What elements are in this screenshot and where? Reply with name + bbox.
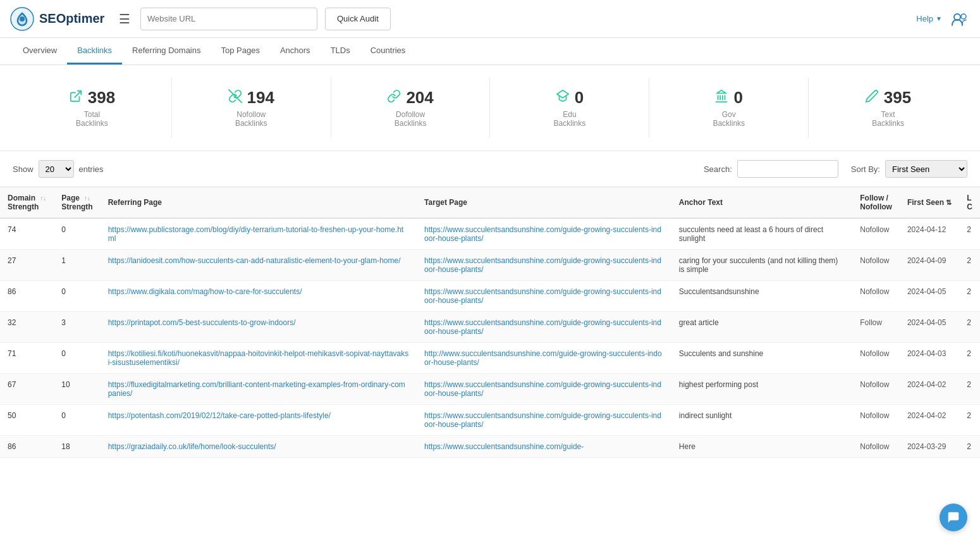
cell-domain-strength: 86 bbox=[0, 281, 54, 312]
referring-page-link[interactable]: https://graziadaily.co.uk/life/home/look… bbox=[108, 442, 276, 451]
cell-lc: 2 bbox=[959, 218, 980, 250]
cell-anchor-text: great article bbox=[671, 312, 852, 343]
sort-area: Sort By: First Seen Domain Strength Page… bbox=[851, 160, 967, 178]
cell-domain-strength: 74 bbox=[0, 218, 54, 250]
tab-referring-domains[interactable]: Referring Domains bbox=[122, 38, 211, 65]
cell-page-strength: 0 bbox=[54, 218, 100, 250]
stat-edu-label: EduBacklinks bbox=[554, 110, 586, 128]
target-page-link[interactable]: https://www.succulentsandsunshine.com/gu… bbox=[424, 411, 661, 429]
cell-first-seen: 2024-04-02 bbox=[900, 374, 959, 405]
cell-referring-page: https://printapot.com/5-best-succulents-… bbox=[101, 312, 417, 343]
referring-page-link[interactable]: https://kotiliesi.fi/koti/huonekasvit/na… bbox=[108, 349, 409, 367]
table-row: 74 0 https://www.publicstorage.com/blog/… bbox=[0, 218, 980, 250]
cell-follow-nofollow: Nofollow bbox=[852, 250, 900, 281]
cell-anchor-text: succulents need at least a 6 hours of di… bbox=[671, 218, 852, 250]
cell-referring-page: https://potentash.com/2019/02/12/take-ca… bbox=[101, 405, 417, 436]
backlinks-table-wrapper: Domain ↑↓Strength Page ↑↓Strength Referr… bbox=[0, 187, 980, 471]
cell-follow-nofollow: Follow bbox=[852, 312, 900, 343]
referring-page-link[interactable]: https://printapot.com/5-best-succulents-… bbox=[108, 318, 296, 327]
col-page-strength[interactable]: Page ↑↓Strength bbox=[54, 187, 100, 219]
col-follow-nofollow: Follow /Nofollow bbox=[852, 187, 900, 219]
stat-gov-backlinks: 0 GovBacklinks bbox=[649, 78, 809, 138]
cell-page-strength: 10 bbox=[54, 374, 100, 405]
cell-referring-page: https://www.publicstorage.com/blog/diy/d… bbox=[101, 218, 417, 250]
referring-page-link[interactable]: https://lanidoesit.com/how-succulents-ca… bbox=[108, 256, 401, 265]
stat-nofollow-number: 194 bbox=[247, 88, 274, 108]
cell-lc: 2 bbox=[959, 281, 980, 312]
nofollow-icon bbox=[228, 89, 242, 107]
target-page-link[interactable]: https://www.succulentsandsunshine.com/gu… bbox=[424, 287, 661, 305]
url-input[interactable] bbox=[140, 8, 317, 30]
table-row: 27 1 https://lanidoesit.com/how-succulen… bbox=[0, 250, 980, 281]
col-lc: LC bbox=[959, 187, 980, 219]
search-input[interactable] bbox=[737, 160, 838, 178]
cell-first-seen: 2024-04-12 bbox=[900, 218, 959, 250]
target-page-link[interactable]: https://www.succulentsandsunshine.com/gu… bbox=[424, 380, 661, 398]
tab-countries[interactable]: Countries bbox=[360, 38, 416, 65]
sort-select[interactable]: First Seen Domain Strength Page Strength bbox=[885, 160, 967, 178]
entries-select[interactable]: 10 20 50 100 bbox=[39, 160, 74, 178]
stat-nofollow-label: NofollowBacklinks bbox=[235, 110, 267, 128]
help-button[interactable]: Help ▼ bbox=[916, 14, 942, 23]
cell-first-seen: 2024-03-29 bbox=[900, 436, 959, 458]
table-row: 32 3 https://printapot.com/5-best-succul… bbox=[0, 312, 980, 343]
tab-backlinks[interactable]: Backlinks bbox=[67, 38, 122, 65]
entries-label: entries bbox=[79, 164, 104, 174]
target-page-link[interactable]: https://www.succulentsandsunshine.com/gu… bbox=[424, 442, 584, 451]
cell-first-seen: 2024-04-02 bbox=[900, 405, 959, 436]
referring-page-link[interactable]: https://www.publicstorage.com/blog/diy/d… bbox=[108, 225, 404, 243]
cell-domain-strength: 50 bbox=[0, 405, 54, 436]
quick-audit-button[interactable]: Quick Audit bbox=[325, 8, 391, 30]
tab-tlds[interactable]: TLDs bbox=[321, 38, 360, 65]
cell-page-strength: 0 bbox=[54, 281, 100, 312]
logo-icon bbox=[10, 7, 34, 31]
tab-anchors[interactable]: Anchors bbox=[270, 38, 321, 65]
referring-page-link[interactable]: https://fluxedigitalmarketing.com/brilli… bbox=[108, 380, 405, 398]
search-label: Search: bbox=[704, 164, 732, 174]
cell-domain-strength: 71 bbox=[0, 343, 54, 374]
col-referring-page: Referring Page bbox=[101, 187, 417, 219]
cell-target-page: https://www.succulentsandsunshine.com/gu… bbox=[417, 218, 671, 250]
cell-page-strength: 18 bbox=[54, 436, 100, 458]
pencil-icon bbox=[865, 89, 879, 107]
table-row: 50 0 https://potentash.com/2019/02/12/ta… bbox=[0, 405, 980, 436]
target-page-link[interactable]: https://www.succulentsandsunshine.com/gu… bbox=[424, 318, 661, 336]
stat-top: 194 bbox=[228, 88, 274, 108]
col-domain-strength[interactable]: Domain ↑↓Strength bbox=[0, 187, 54, 219]
cell-anchor-text: caring for your succulents (and not kill… bbox=[671, 250, 852, 281]
user-group-icon[interactable] bbox=[950, 9, 970, 29]
target-page-link[interactable]: https://www.succulentsandsunshine.com/gu… bbox=[424, 225, 661, 243]
cell-anchor-text: Succulents and sunshine bbox=[671, 343, 852, 374]
tab-top-pages[interactable]: Top Pages bbox=[211, 38, 269, 65]
cell-lc: 2 bbox=[959, 436, 980, 458]
target-page-link[interactable]: https://www.succulentsandsunshine.com/gu… bbox=[424, 256, 661, 274]
external-link-icon bbox=[69, 89, 83, 107]
referring-page-link[interactable]: https://potentash.com/2019/02/12/take-ca… bbox=[108, 411, 331, 420]
stat-dofollow-label: DofollowBacklinks bbox=[395, 110, 427, 128]
cell-page-strength: 3 bbox=[54, 312, 100, 343]
svg-marker-12 bbox=[717, 90, 726, 93]
cell-follow-nofollow: Nofollow bbox=[852, 218, 900, 250]
cell-lc: 2 bbox=[959, 250, 980, 281]
stat-top: 0 bbox=[714, 88, 742, 108]
header-right: Help ▼ bbox=[916, 9, 970, 29]
tab-overview[interactable]: Overview bbox=[13, 38, 67, 65]
hamburger-icon[interactable]: ☰ bbox=[119, 11, 130, 27]
cell-anchor-text: indirect sunlight bbox=[671, 405, 852, 436]
referring-page-link[interactable]: https://www.digikala.com/mag/how-to-care… bbox=[108, 287, 302, 296]
stat-dofollow-number: 204 bbox=[406, 88, 433, 108]
cell-target-page: http://www.succulentsandsunshine.com/gui… bbox=[417, 343, 671, 374]
cell-domain-strength: 86 bbox=[0, 436, 54, 458]
stat-top: 204 bbox=[387, 88, 433, 108]
header: SEOptimer ☰ Quick Audit Help ▼ bbox=[0, 0, 980, 38]
stat-total-backlinks: 398 TotalBacklinks bbox=[13, 78, 172, 138]
stat-gov-number: 0 bbox=[733, 88, 742, 108]
stat-top: 395 bbox=[865, 88, 911, 108]
cell-referring-page: https://kotiliesi.fi/koti/huonekasvit/na… bbox=[101, 343, 417, 374]
cell-lc: 2 bbox=[959, 343, 980, 374]
cell-target-page: https://www.succulentsandsunshine.com/gu… bbox=[417, 436, 671, 458]
target-page-link[interactable]: http://www.succulentsandsunshine.com/gui… bbox=[424, 349, 662, 367]
col-first-seen[interactable]: First Seen ⇅ bbox=[900, 187, 959, 219]
cell-target-page: https://www.succulentsandsunshine.com/gu… bbox=[417, 281, 671, 312]
nav-tabs: Overview Backlinks Referring Domains Top… bbox=[0, 38, 980, 65]
